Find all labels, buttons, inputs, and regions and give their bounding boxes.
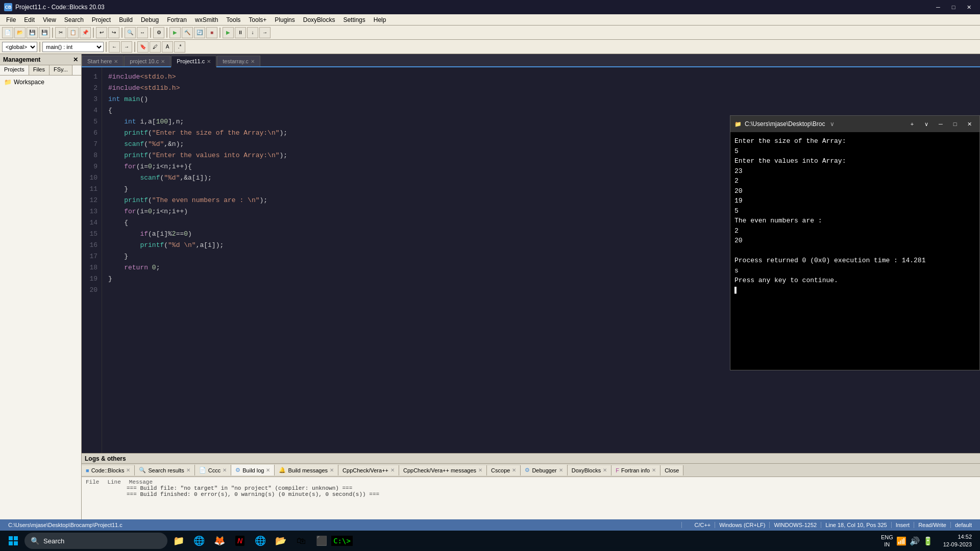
tab-fsy[interactable]: FSy... — [50, 65, 72, 75]
tab-testarray-close[interactable]: ✕ — [251, 59, 255, 64]
replace-button[interactable]: ↔ — [137, 27, 148, 38]
tab-files[interactable]: Files — [29, 65, 50, 75]
taskbar-chrome-icon[interactable]: 🌐 — [251, 532, 270, 550]
debug-step-button[interactable]: ↓ — [247, 27, 258, 38]
tab-projects[interactable]: Projects — [0, 65, 29, 75]
bookmark-button[interactable]: 🔖 — [137, 41, 149, 53]
bottom-tab-buildlog-close[interactable]: ✕ — [266, 467, 270, 473]
menu-view[interactable]: View — [39, 15, 60, 24]
undo-button[interactable]: ↩ — [96, 27, 107, 38]
bottom-tab-cccc[interactable]: 📄 Cccc ✕ — [195, 465, 231, 475]
copy-button[interactable]: 📋 — [67, 27, 79, 38]
save-all-button[interactable]: 💾 — [39, 27, 50, 38]
terminal-minimize-button[interactable]: ─ — [935, 118, 947, 130]
global-scope-combo[interactable]: <global> — [2, 42, 37, 52]
terminal-close-button[interactable]: ✕ — [963, 118, 975, 130]
bottom-tab-cscope[interactable]: Cscope ✕ — [487, 465, 521, 475]
search-button[interactable]: 🔍 — [125, 27, 136, 38]
bottom-tab-close[interactable]: Close — [660, 465, 683, 475]
taskbar-apps-icon[interactable]: ⬛ — [312, 532, 331, 550]
workspace-tree-item[interactable]: 📁 Workspace — [2, 78, 79, 87]
menu-wxsmith[interactable]: wxSmith — [191, 15, 222, 24]
nav-forward-button[interactable]: → — [121, 41, 132, 53]
highlight-button[interactable]: 🖊 — [150, 41, 161, 53]
bottom-tab-cccc-close[interactable]: ✕ — [223, 467, 227, 473]
terminal-add-button[interactable]: + — [906, 118, 918, 130]
build-button[interactable]: 🔨 — [182, 27, 193, 38]
maximize-button[interactable]: □ — [946, 2, 961, 12]
bottom-tab-debugger-close[interactable]: ✕ — [559, 467, 563, 473]
menu-toolsplus[interactable]: Tools+ — [244, 15, 271, 24]
taskbar-store-icon[interactable]: 🛍 — [292, 532, 310, 550]
bottom-tab-cscope-close[interactable]: ✕ — [512, 467, 516, 473]
redo-button[interactable]: ↪ — [108, 27, 119, 38]
debug-next-button[interactable]: → — [259, 27, 271, 38]
bottom-tab-fortran[interactable]: F Fortran info ✕ — [611, 465, 660, 475]
menu-doxyblocks[interactable]: DoxyBlocks — [299, 15, 339, 24]
menu-help[interactable]: Help — [370, 15, 390, 24]
menu-plugins[interactable]: Plugins — [271, 15, 299, 24]
menu-build[interactable]: Build — [115, 15, 137, 24]
run-button[interactable]: ▶ — [169, 27, 181, 38]
nav-back-button[interactable]: ← — [109, 41, 120, 53]
tab-start-here-close[interactable]: ✕ — [114, 59, 118, 64]
menu-project[interactable]: Project — [88, 15, 115, 24]
bottom-tab-cppcheck-msg[interactable]: CppCheck/Vera++ messages ✕ — [399, 465, 487, 475]
menu-search[interactable]: Search — [60, 15, 88, 24]
settings-gear-button[interactable]: ⚙ — [153, 27, 164, 38]
taskbar-cmd-icon[interactable]: C:\> — [333, 532, 351, 550]
bottom-tab-debugger[interactable]: ⚙ Debugger ✕ — [521, 465, 567, 475]
new-file-button[interactable]: 📄 — [2, 27, 13, 38]
start-button[interactable] — [4, 532, 22, 550]
bottom-tab-codeblocks[interactable]: ■ Code::Blocks ✕ — [82, 465, 135, 475]
tab-project10[interactable]: project 10.c ✕ — [124, 56, 170, 66]
menu-edit[interactable]: Edit — [20, 15, 39, 24]
menu-settings[interactable]: Settings — [339, 15, 369, 24]
taskbar-firefox-icon[interactable]: 🦊 — [210, 532, 229, 550]
save-button[interactable]: 💾 — [27, 27, 38, 38]
bottom-tab-fortran-close[interactable]: ✕ — [652, 467, 656, 473]
bottom-tab-buildmsg[interactable]: 🔔 Build messages ✕ — [275, 465, 338, 475]
tab-project10-close[interactable]: ✕ — [161, 59, 165, 64]
debug-run-button[interactable]: ▶ — [223, 27, 234, 38]
taskbar-netflix-icon[interactable]: N — [231, 532, 249, 550]
close-button[interactable]: ✕ — [962, 2, 976, 12]
cut-button[interactable]: ✂ — [55, 27, 66, 38]
bottom-tab-cppcheck-close[interactable]: ✕ — [390, 467, 395, 473]
terminal-dropdown-icon[interactable]: ∨ — [830, 120, 835, 128]
paste-button[interactable]: 📌 — [80, 27, 91, 38]
bottom-tab-cppcheck[interactable]: CppCheck/Vera++ ✕ — [338, 465, 399, 475]
font-button[interactable]: A — [162, 41, 173, 53]
minimize-button[interactable]: ─ — [931, 2, 945, 12]
taskbar-clock[interactable]: 14:52 12-09-2023 — [939, 533, 976, 549]
open-file-button[interactable]: 📂 — [14, 27, 26, 38]
bottom-tab-cppcheck-msg-close[interactable]: ✕ — [478, 467, 482, 473]
tab-start-here[interactable]: Start here ✕ — [82, 56, 124, 66]
taskbar-folder-icon[interactable]: 📂 — [272, 532, 290, 550]
bottom-tab-buildlog[interactable]: ⚙ Build log ✕ — [231, 465, 275, 475]
terminal-more-button[interactable]: ∨ — [920, 118, 933, 130]
menu-tools[interactable]: Tools — [222, 15, 244, 24]
menu-debug[interactable]: Debug — [137, 15, 163, 24]
taskbar-edge-icon[interactable]: 🌐 — [190, 532, 208, 550]
terminal-maximize-button[interactable]: □ — [949, 118, 961, 130]
taskbar-search-box[interactable]: 🔍 Search — [24, 533, 167, 549]
terminal-output[interactable]: Enter the size of the Array: 5 Enter the… — [730, 132, 979, 370]
taskbar-files-icon[interactable]: 📁 — [169, 532, 188, 550]
bottom-tab-search[interactable]: 🔍 Search results ✕ — [135, 465, 194, 475]
stop-button[interactable]: ■ — [206, 27, 217, 38]
bottom-tab-search-close[interactable]: ✕ — [186, 467, 190, 473]
function-scope-combo[interactable]: main() : int — [42, 42, 104, 52]
tab-testarray[interactable]: testarray.c ✕ — [217, 56, 260, 66]
tab-project11-close[interactable]: ✕ — [207, 59, 211, 64]
panel-close-icon[interactable]: ✕ — [73, 56, 78, 63]
rebuild-button[interactable]: 🔄 — [194, 27, 205, 38]
bottom-tab-codeblocks-close[interactable]: ✕ — [126, 467, 130, 473]
menu-file[interactable]: File — [2, 15, 20, 24]
bottom-tab-doxyblocks-close[interactable]: ✕ — [603, 467, 607, 473]
regex-button[interactable]: .* — [174, 41, 185, 53]
bottom-tab-buildmsg-close[interactable]: ✕ — [330, 467, 334, 473]
debug-stop-button[interactable]: ⏸ — [235, 27, 246, 38]
tab-project11[interactable]: Project11.c ✕ — [171, 56, 216, 67]
bottom-tab-doxyblocks[interactable]: DoxyBlocks ✕ — [568, 465, 611, 475]
